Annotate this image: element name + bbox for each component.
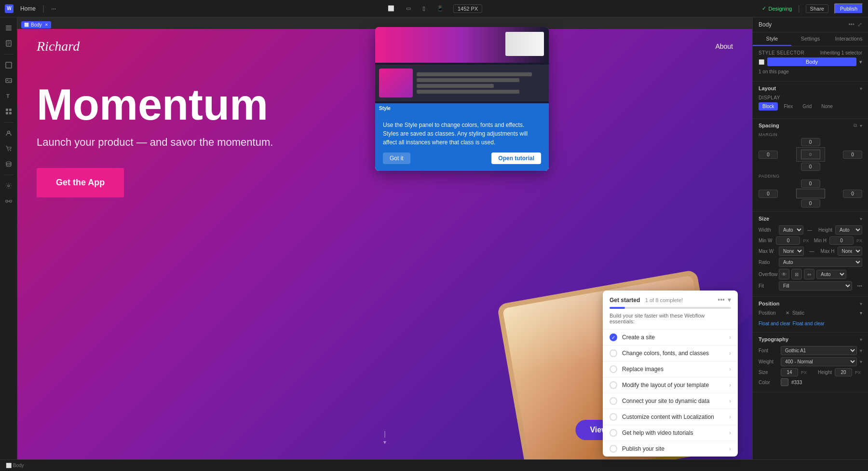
rp-scrollable[interactable]: Style selector Inheriting 1 selector ⬜ B… — [753, 46, 868, 471]
max-h-label: Max H — [817, 249, 835, 254]
display-none[interactable]: None — [817, 102, 837, 111]
preview-nav-about[interactable]: About — [715, 42, 733, 50]
open-tutorial-button[interactable]: Open tutorial — [491, 152, 541, 164]
svg-point-18 — [6, 162, 11, 164]
share-button[interactable]: Share — [806, 4, 828, 13]
desktop-device-btn[interactable]: ⬜ — [386, 4, 396, 13]
width-dropdown[interactable]: AutoPX% — [779, 225, 803, 235]
sidebar-icon-integrations[interactable] — [2, 194, 15, 208]
margin-right-input[interactable] — [843, 151, 862, 159]
max-w-dash: — — [810, 249, 814, 254]
sidebar-icon-user[interactable] — [2, 126, 15, 140]
padding-left-input[interactable] — [759, 190, 778, 198]
sidebar-icon-pages[interactable] — [2, 37, 15, 50]
dots-menu[interactable]: ··· — [48, 4, 59, 13]
position-chevron[interactable]: ▾ — [860, 310, 862, 316]
weight-row: Weight 400 - Normal700 - Bold300 - Light… — [759, 357, 862, 366]
phone-device-btn[interactable]: 📱 — [435, 4, 446, 13]
gs-chevron-3: › — [729, 382, 731, 388]
sidebar-icon-settings[interactable] — [2, 179, 15, 193]
got-it-button[interactable]: Got it — [383, 152, 410, 164]
overflow-dropdown[interactable]: AutoHiddenScrollVisible — [816, 270, 846, 279]
scroll-indicator: | ▼ — [382, 430, 387, 445]
tab-style[interactable]: Style — [753, 32, 791, 46]
display-flex[interactable]: Flex — [780, 102, 797, 111]
fit-dropdown[interactable]: FillContainCoverNone — [779, 281, 852, 291]
font-chevron[interactable]: ▾ — [860, 348, 862, 353]
tab-interactions[interactable]: Interactions — [829, 32, 868, 46]
color-swatch[interactable] — [781, 378, 788, 386]
gs-item-5[interactable]: Customize content with Localization › — [603, 409, 738, 425]
max-w-dropdown[interactable]: NonePX — [779, 247, 804, 256]
get-started-more-btn[interactable]: ••• — [718, 296, 725, 304]
sidebar-icon-cms[interactable] — [2, 157, 15, 171]
selector-box[interactable]: Body — [767, 57, 856, 66]
padding-top-input[interactable] — [801, 180, 820, 188]
gs-item-1[interactable]: Change colors, fonts, and classes › — [603, 345, 738, 361]
weight-chevron[interactable]: ▾ — [860, 359, 862, 364]
sidebar-icon-layers[interactable] — [2, 21, 15, 35]
margin-left-input[interactable] — [759, 151, 778, 159]
gs-item-4[interactable]: Connect your site to dynamic data › — [603, 393, 738, 409]
min-w-unit: PX — [803, 238, 809, 243]
float-clear-link[interactable]: Float and clear — [759, 321, 790, 326]
spacing-link-icon[interactable]: ⧉ — [854, 123, 857, 128]
mobile-device-btn[interactable]: ▯ — [420, 4, 427, 13]
right-panel-icons: ••• ⤢ — [848, 21, 862, 28]
sidebar-icon-components[interactable] — [2, 105, 15, 118]
overflow-scroll-icon[interactable]: ⇔ — [804, 269, 814, 279]
sidebar-icon-ecommerce[interactable] — [2, 142, 15, 155]
tab-settings[interactable]: Settings — [791, 32, 830, 46]
padding-bottom-input[interactable] — [801, 199, 820, 208]
webflow-logo-icon[interactable]: W — [5, 4, 14, 13]
gs-item-6[interactable]: Get help with video tutorials › — [603, 425, 738, 441]
gs-item-2[interactable]: Replace images › — [603, 361, 738, 377]
canvas-area[interactable]: ⬜ Body ✕ Richard About Momentum Launch y… — [17, 17, 752, 471]
gs-item-7[interactable]: Publish your site › — [603, 441, 738, 457]
fit-more-icon[interactable]: ••• — [857, 283, 862, 289]
margin-bottom-input[interactable] — [801, 163, 820, 171]
overflow-visible-icon[interactable]: 👁 — [779, 269, 789, 279]
font-dropdown[interactable]: Gothic A1ArialHelvetica — [781, 346, 857, 355]
gs-item-3[interactable]: Modify the layout of your template › — [603, 377, 738, 393]
sidebar-icon-box[interactable] — [2, 58, 15, 72]
margin-center-area: 0 — [796, 147, 825, 162]
preview-nav-links: About — [715, 42, 733, 50]
get-started-panel: Get started 1 of 8 complete! ••• ▾ Build… — [603, 291, 738, 457]
overflow-hidden-icon[interactable]: ⊠ — [791, 269, 802, 279]
designing-mode-btn[interactable]: ✓ Designing — [762, 5, 792, 12]
height-dropdown[interactable]: AutoPX% — [835, 225, 862, 235]
position-collapse-icon[interactable]: ▾ — [860, 301, 862, 306]
typo-height-input[interactable] — [835, 368, 852, 376]
preview-cta-button[interactable]: Get the App — [37, 168, 124, 197]
ratio-dropdown[interactable]: Auto16:94:3 — [779, 258, 862, 267]
min-h-input[interactable] — [829, 236, 854, 245]
spacing-collapse-icon[interactable]: ▾ — [860, 123, 862, 128]
svg-point-16 — [8, 150, 9, 151]
position-value: Static — [792, 310, 857, 316]
home-button[interactable]: Home — [17, 4, 39, 13]
weight-dropdown[interactable]: 400 - Normal700 - Bold300 - Light — [781, 357, 857, 366]
min-w-input[interactable] — [776, 236, 800, 245]
selector-prefix-icon: ⬜ — [759, 59, 764, 65]
get-started-collapse-btn[interactable]: ▾ — [728, 296, 731, 304]
gs-item-0[interactable]: ✓ Create a site › — [603, 329, 738, 345]
size-collapse-icon[interactable]: ▾ — [860, 216, 862, 222]
display-block[interactable]: Block — [759, 102, 778, 111]
publish-button[interactable]: Publish — [834, 3, 863, 14]
width-height-row: Width AutoPX% — Height AutoPX% — [759, 225, 862, 235]
sidebar-icon-image[interactable] — [2, 74, 15, 87]
typography-collapse-icon[interactable]: ▾ — [860, 337, 862, 342]
layout-collapse-icon[interactable]: ▾ — [860, 86, 862, 91]
margin-top-input[interactable] — [801, 138, 820, 146]
sidebar-icon-type[interactable]: T — [2, 89, 15, 103]
typo-size-input[interactable] — [781, 368, 798, 376]
max-h-dropdown[interactable]: NonePX — [838, 247, 863, 256]
selector-chevron[interactable]: ▾ — [859, 59, 862, 65]
display-grid[interactable]: Grid — [799, 102, 815, 111]
rp-more-icon[interactable]: ••• — [848, 21, 854, 28]
position-x-btn[interactable]: ✕ — [786, 310, 789, 316]
padding-right-input[interactable] — [843, 190, 862, 198]
rp-expand-icon[interactable]: ⤢ — [857, 21, 862, 28]
tablet-device-btn[interactable]: ▭ — [404, 4, 413, 13]
